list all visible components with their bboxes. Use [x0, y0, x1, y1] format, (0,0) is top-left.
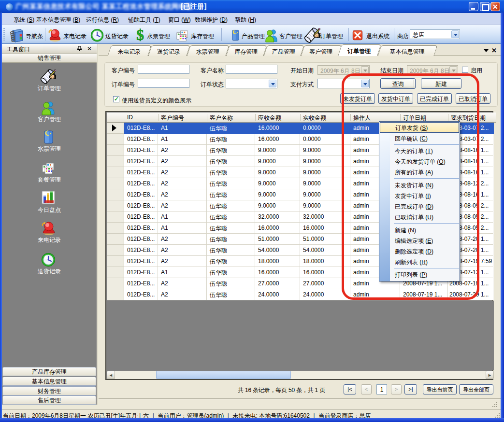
svg-text:$: $ [136, 28, 144, 42]
